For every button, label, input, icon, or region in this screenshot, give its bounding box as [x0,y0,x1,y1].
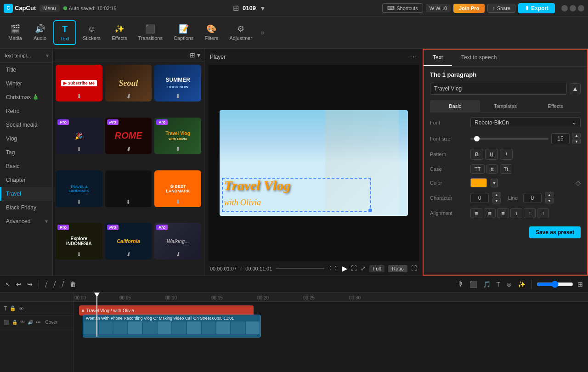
tab-text-to-speech[interactable]: Text to speech [452,50,506,66]
timeline-split3[interactable]: ⧸ [60,279,66,289]
line-input[interactable] [523,193,542,203]
template-card-subscribe[interactable]: ▶ Subscribe Me ⬇ [56,65,102,101]
timeline-split2[interactable]: ⧸ [52,279,57,289]
nav-basic[interactable]: Basic [0,159,52,173]
font-size-decrement[interactable]: ▼ [572,139,581,144]
template-card-rome[interactable]: Pro ROME ⬇ [105,118,152,154]
font-size-slider[interactable] [470,138,548,140]
font-size-increment[interactable]: ▲ [572,133,581,138]
toolbar-transitions[interactable]: ⬛ Transitions [134,21,167,44]
character-decrement[interactable]: ▼ [492,198,501,203]
video-add-button[interactable]: ⬛ [468,279,479,289]
save-preset-button[interactable]: Save as preset [529,226,581,238]
sub-tab-templates[interactable]: Templates [480,100,530,112]
zoom-to-fit[interactable]: ⊞ [576,279,584,289]
player-progress-bar[interactable] [276,268,324,269]
timeline-select-tool[interactable]: ↖ [4,279,12,289]
video-track-clip[interactable]: Woman With Phone Recording Vlog Or Makin… [83,315,261,338]
titlecase-button[interactable]: Tt [500,164,513,174]
expand-player-button[interactable]: ⛶ [411,265,417,272]
font-size-input[interactable] [551,133,570,144]
workspace-button[interactable]: W W...0 [426,4,451,12]
toolbar-effects[interactable]: ✨ Effects [107,21,131,44]
sub-tab-effects[interactable]: Effects [531,100,581,112]
color-dropdown-button[interactable]: ▾ [491,179,498,187]
timeline-delete[interactable]: 🗑 [68,279,78,289]
align-vertical2-button[interactable]: ⫶ [524,208,536,218]
nav-black-friday[interactable]: Black Friday [0,201,52,214]
nav-winter[interactable]: Winter [0,77,52,90]
align-left-button[interactable]: ≡ [470,208,482,218]
underline-button[interactable]: U [485,149,498,160]
toolbar-audio[interactable]: 🔊 Audio [28,21,51,44]
nav-retro[interactable]: Retro [0,104,52,118]
align-vertical3-button[interactable]: ⫶ [537,208,549,218]
nav-vlog[interactable]: Vlog [0,132,52,146]
join-pro-button[interactable]: Join Pro [453,4,485,13]
close-button[interactable] [578,5,584,11]
filter-button[interactable]: ⊞ ▾ [190,51,200,59]
text-content-input[interactable] [430,83,567,95]
template-card-best[interactable]: ⑤ BESTLANDMARK ⬇ [154,170,201,207]
align-right-button[interactable]: ≡ [497,208,509,218]
italic-button[interactable]: I [500,149,513,160]
full-mode-button[interactable]: Full [369,265,385,272]
nav-travel[interactable]: Travel [0,187,52,201]
align-center-button[interactable]: ≡ [484,208,496,218]
ratio-button[interactable]: Ratio [388,265,407,272]
effect-add-button[interactable]: ✨ [516,279,527,289]
font-size-thumb[interactable] [474,136,480,141]
sticker-add-button[interactable]: ☺ [504,279,514,289]
line-decrement[interactable]: ▼ [545,198,554,203]
eyedropper-icon[interactable]: ◇ [576,179,581,186]
tab-text[interactable]: Text [424,50,452,66]
color-swatch[interactable] [470,178,487,187]
line-increment[interactable]: ▲ [545,192,554,197]
minimize-button[interactable] [561,5,568,11]
shortcuts-button[interactable]: ⌨ Shortcuts [382,3,423,13]
nav-advanced[interactable]: Advanced ▾ [0,214,52,228]
template-card-california[interactable]: Pro California ⬇ [105,223,152,259]
bold-button[interactable]: B [470,149,483,160]
fullscreen-button[interactable]: ⛶ [351,265,357,272]
align-vertical1-button[interactable]: ⫶ [510,208,522,218]
export-button[interactable]: ⬆ Export [518,3,555,13]
timeline-undo[interactable]: ↩ [15,279,23,289]
left-panel-header[interactable]: Text templ... ▾ [0,49,52,63]
template-card-dark[interactable]: ⬇ [105,170,152,207]
template-card-seoul[interactable]: Seoul ⬇ [105,65,152,101]
template-card-travel-vlog[interactable]: Pro Travel Vlogwith Olivia ⬇ [154,118,201,154]
uppercase-button[interactable]: TT [470,164,485,174]
nav-title[interactable]: Title [0,63,52,77]
layout-toggle[interactable]: ⊞ [233,4,239,12]
toolbar-adjustmer[interactable]: ⚙ Adjustmer [225,21,257,44]
lowercase-button[interactable]: tt [486,164,498,174]
template-card-indonesia[interactable]: Pro ExploreINDONESIA ⬇ [56,223,102,259]
nav-social-media[interactable]: Social media [0,118,52,132]
audio-add-button[interactable]: 🎵 [481,279,492,289]
fit-button[interactable]: ⤢ [361,265,366,272]
toolbar-media[interactable]: 🎬 Media [4,21,27,44]
nav-tag[interactable]: Tag [0,146,52,159]
timeline-split[interactable]: ⧸ [44,279,49,289]
toolbar-expand-icon[interactable]: » [259,28,266,37]
player-menu-button[interactable]: ⋯ [410,52,417,61]
scroll-up-button[interactable]: ▲ [570,83,581,94]
playhead[interactable] [96,293,97,337]
zoom-slider[interactable] [537,281,573,288]
template-card-travel2[interactable]: TRAVEL &LANDMARK ⬇ [56,170,102,207]
toolbar-stickers[interactable]: ☺ Stickers [78,22,105,44]
timeline-redo[interactable]: ↪ [26,279,34,289]
character-increment[interactable]: ▲ [492,192,501,197]
template-card-walking[interactable]: Pro Walking... ⬇ [154,223,201,259]
project-settings[interactable]: ▼ [260,5,266,12]
maximize-button[interactable] [570,5,576,11]
toolbar-filters[interactable]: 🎨 Filters [200,21,223,44]
toolbar-text[interactable]: T Text [53,20,76,45]
play-button[interactable]: ▶ [342,264,347,273]
character-input[interactable] [470,193,489,203]
text-add-button[interactable]: T [495,279,502,289]
toolbar-captions[interactable]: 📝 Captions [169,21,198,44]
nav-christmas[interactable]: Christmas 🎄 [0,90,52,104]
font-selector[interactable]: Roboto-BlkCn ⌄ [470,117,581,128]
